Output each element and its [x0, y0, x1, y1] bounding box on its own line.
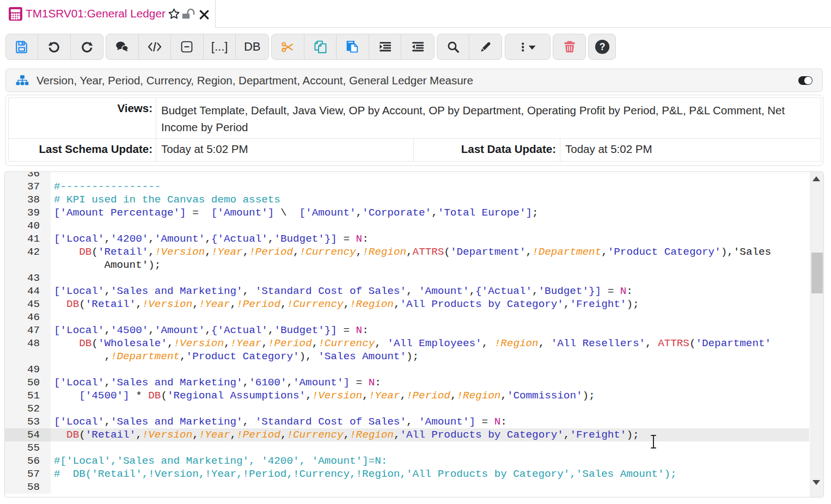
svg-text:?: ? [599, 41, 605, 52]
